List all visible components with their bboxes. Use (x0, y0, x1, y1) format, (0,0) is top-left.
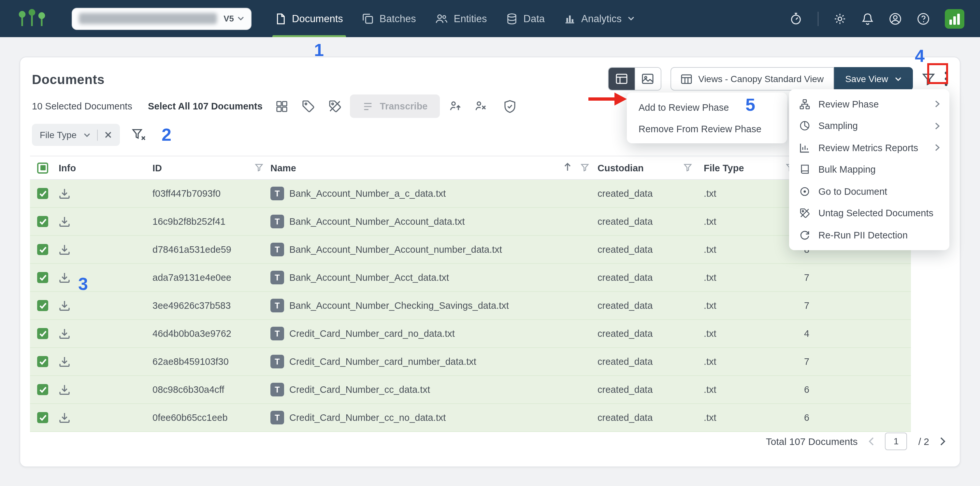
row-checkbox[interactable] (37, 356, 48, 367)
case-selector[interactable]: V5 (72, 8, 251, 30)
menu-item-rerun-pii-detection[interactable]: Re-Run PII Detection (789, 224, 950, 246)
assign-user-icon[interactable] (450, 100, 461, 113)
settings-gear-icon[interactable] (834, 12, 846, 25)
text-doc-badge: T (270, 327, 284, 340)
document-name[interactable]: Credit_Card_Number_card_no_data.txt (289, 328, 455, 339)
row-checkbox[interactable] (37, 272, 48, 283)
column-header-filetype[interactable]: File Type (704, 162, 744, 173)
row-checkbox[interactable] (37, 328, 48, 339)
document-count: 7 (792, 300, 821, 311)
name-filter-icon[interactable] (581, 162, 589, 174)
row-checkbox[interactable] (37, 244, 48, 255)
transcribe-button[interactable]: Transcribe (350, 94, 440, 118)
menu-item-review-metrics-reports[interactable]: Review Metrics Reports (789, 137, 950, 159)
document-custodian: created_data (598, 328, 652, 339)
document-count: 6 (792, 384, 821, 395)
table-row[interactable]: 62ae8b459103f30 T Credit_Card_Number_car… (30, 348, 911, 376)
nav-tab-analytics[interactable]: Analytics (555, 0, 644, 37)
table-row[interactable]: 3ee49626c37b583 T Bank_Account_Number_Ch… (30, 292, 911, 320)
table-row[interactable]: f03ff447b7093f0 T Bank_Account_Number_a_… (30, 180, 911, 208)
untag-icon[interactable] (328, 100, 341, 113)
save-view-button[interactable]: Save View (834, 67, 913, 91)
select-all-button[interactable]: Select All 107 Documents (148, 101, 262, 111)
table-view-icon (616, 74, 627, 84)
timer-icon[interactable] (789, 12, 803, 25)
transcribe-icon (362, 101, 373, 112)
menu-item-bulk-mapping[interactable]: Bulk Mapping (789, 159, 950, 181)
next-page-icon[interactable] (940, 437, 945, 445)
document-name[interactable]: Credit_Card_Number_cc_no_data.txt (289, 412, 446, 423)
file-type-filter-chip[interactable]: File Type (32, 124, 119, 146)
download-icon[interactable] (59, 412, 70, 424)
shield-check-icon[interactable] (504, 99, 516, 113)
document-name[interactable]: Bank_Account_Number_a_c_data.txt (289, 188, 446, 199)
tag-icon[interactable] (302, 100, 315, 113)
table-row[interactable]: 0fee60b65cc1eeb T Credit_Card_Number_cc_… (30, 404, 911, 432)
image-view-button[interactable] (634, 68, 660, 90)
download-icon[interactable] (59, 244, 70, 256)
download-icon[interactable] (59, 356, 70, 367)
select-all-checkbox[interactable] (37, 162, 48, 173)
column-header-info[interactable]: Info (59, 162, 76, 173)
id-filter-icon[interactable] (255, 162, 263, 174)
download-icon[interactable] (59, 384, 70, 395)
batch-icon[interactable] (275, 100, 288, 113)
nav-tab-data[interactable]: Data (497, 0, 555, 37)
document-name[interactable]: Bank_Account_Number_Checking_Savings_dat… (289, 300, 509, 311)
row-checkbox[interactable] (37, 188, 48, 199)
table-row[interactable]: 46d4b0b0a3e9762 T Credit_Card_Number_car… (30, 320, 911, 348)
remove-filter-icon[interactable] (104, 131, 112, 139)
menu-item-sampling[interactable]: Sampling (789, 115, 950, 137)
annotation-number-2: 2 (162, 125, 171, 145)
document-count: 4 (792, 328, 821, 339)
table-row[interactable]: 08c98c6b30a4cff T Credit_Card_Number_cc_… (30, 376, 911, 404)
help-icon[interactable] (917, 12, 930, 25)
table-row[interactable]: ada7a9131e4e0ee T Bank_Account_Number_Ac… (30, 264, 911, 292)
app-switcher-icon[interactable] (945, 9, 964, 29)
custodian-filter-icon[interactable] (684, 162, 692, 174)
nav-tab-documents[interactable]: Documents (266, 0, 353, 37)
column-header-custodian[interactable]: Custodian (598, 162, 644, 173)
document-name[interactable]: Bank_Account_Number_Account_number_data.… (289, 244, 502, 255)
download-icon[interactable] (59, 300, 70, 311)
download-icon[interactable] (59, 328, 70, 340)
views-dropdown[interactable]: Views - Canopy Standard View (670, 67, 834, 91)
nav-tab-batches[interactable]: Batches (353, 0, 426, 37)
document-name[interactable]: Bank_Account_Number_Account_data.txt (289, 216, 465, 227)
menu-item-untag-selected-documents[interactable]: Untag Selected Documents (789, 202, 950, 224)
menu-item-review-phase[interactable]: Review Phase (789, 93, 950, 115)
menu-item-go-to-document[interactable]: Go to Document (789, 181, 950, 202)
row-checkbox[interactable] (37, 384, 48, 395)
document-custodian: created_data (598, 244, 652, 255)
nav-tab-entities[interactable]: Entities (426, 0, 497, 37)
download-icon[interactable] (59, 216, 70, 227)
current-page-input[interactable]: 1 (885, 432, 907, 450)
row-checkbox[interactable] (37, 216, 48, 227)
column-header-name[interactable]: Name (270, 162, 296, 173)
notifications-bell-icon[interactable] (861, 12, 874, 25)
chevron-down-icon (237, 16, 244, 21)
row-checkbox[interactable] (37, 300, 48, 311)
prev-page-icon[interactable] (869, 437, 874, 445)
row-checkbox[interactable] (37, 412, 48, 423)
menu-item-add-to-review-phase[interactable]: Add to Review Phase (627, 97, 787, 118)
views-grid-icon (681, 74, 692, 84)
download-icon[interactable] (59, 272, 70, 283)
column-header-id[interactable]: ID (153, 162, 162, 173)
document-filetype: .txt (704, 328, 716, 339)
user-account-icon[interactable] (889, 12, 902, 25)
clear-filters-icon[interactable] (131, 128, 146, 141)
document-filetype: .txt (704, 244, 716, 255)
menu-item-remove-from-review-phase[interactable]: Remove From Review Phase (627, 118, 787, 140)
document-name[interactable]: Credit_Card_Number_cc_data.txt (289, 384, 430, 395)
table-row[interactable]: d78461a531ede59 T Bank_Account_Number_Ac… (30, 236, 911, 264)
table-view-button[interactable] (608, 68, 634, 90)
download-icon[interactable] (59, 187, 70, 199)
unassign-user-icon[interactable] (475, 100, 487, 113)
chevron-down-icon[interactable] (83, 133, 90, 137)
name-sort-asc-icon[interactable] (564, 162, 571, 174)
document-name[interactable]: Credit_Card_Number_card_number_data.txt (289, 356, 476, 367)
table-row[interactable]: 16c9b2f8b252f41 T Bank_Account_Number_Ac… (30, 208, 911, 236)
document-name[interactable]: Bank_Account_Number_Acct_data.txt (289, 272, 449, 283)
views-dropdown-label: Views - Canopy Standard View (698, 74, 824, 84)
